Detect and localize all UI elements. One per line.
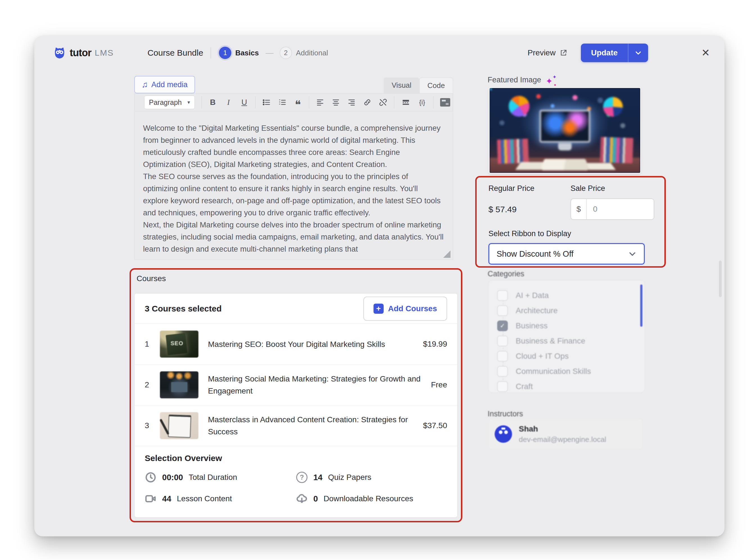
close-icon[interactable]: ✕ (701, 48, 710, 58)
blockquote-icon[interactable]: ❝ (294, 102, 302, 107)
plus-icon: + (373, 304, 384, 314)
more-tag-icon[interactable] (401, 98, 411, 106)
page-title: Course Bundle (147, 48, 203, 58)
checkbox[interactable]: ✓ (497, 366, 508, 377)
course-bundle-modal: tutor LMS Course Bundle 1 Basics — 2 Add… (34, 36, 724, 536)
brand-suffix: LMS (95, 48, 114, 58)
currency-symbol: $ (571, 199, 587, 219)
italic-button[interactable]: I (224, 98, 233, 107)
caret-down-icon: ▾ (187, 99, 190, 105)
instructor-email: dev-email@wpengine.local (519, 435, 606, 444)
checkbox[interactable]: ✓ (497, 336, 508, 346)
course-row[interactable]: 1 Mastering SEO: Boost Your Digital Mark… (135, 324, 457, 365)
course-price: $19.99 (423, 340, 447, 348)
align-right-icon[interactable] (347, 98, 356, 106)
numbered-list-icon[interactable] (278, 98, 286, 106)
featured-image[interactable] (490, 88, 640, 173)
instructor-name: Shah (519, 424, 606, 434)
resize-handle[interactable] (443, 251, 450, 258)
page-background: tutor LMS Course Bundle 1 Basics — 2 Add… (0, 0, 756, 560)
selection-overview: Selection Overview 00:00 Total Duration … (135, 446, 457, 505)
step-2-label[interactable]: Additional (296, 48, 328, 57)
checkbox[interactable]: ✓ (497, 290, 508, 301)
step-1-label[interactable]: Basics (235, 48, 259, 57)
bold-button[interactable]: B (208, 98, 217, 107)
categories-list: ✓ AI + Data ✓ Architecture ✓ Business ✓ … (488, 280, 645, 393)
regular-price-value: $ 57.49 (488, 205, 571, 214)
description-paragraph: The SEO course serves as the foundation,… (143, 171, 444, 219)
update-label[interactable]: Update (581, 44, 628, 62)
modal-header: tutor LMS Course Bundle 1 Basics — 2 Add… (34, 36, 724, 70)
courses-selected-count: 3 Courses selected (145, 304, 222, 314)
featured-image-label: Featured Image ✦ ✦ ✦ (488, 76, 557, 87)
category-item[interactable]: ✓ Business & Finance (497, 334, 645, 348)
modal-scrollbar[interactable] (719, 261, 722, 297)
external-link-icon (559, 49, 567, 57)
course-thumbnail (160, 331, 199, 358)
step-connector: — (266, 48, 273, 57)
course-price: $37.50 (423, 421, 447, 430)
category-item[interactable]: ✓ Cloud + IT Ops (497, 348, 645, 364)
add-courses-button[interactable]: + Add Courses (363, 297, 447, 321)
description-textarea[interactable]: Welcome to the "Digital Marketing Essent… (134, 111, 453, 260)
ribbon-select-label: Select Ribbon to Display (488, 229, 665, 238)
preview-button[interactable]: Preview (528, 48, 567, 57)
stat-quiz-papers: ? 14 Quiz Papers (296, 472, 447, 483)
course-row[interactable]: 2 Mastering Social Media Marketing: Stra… (135, 365, 457, 405)
video-icon (145, 493, 157, 505)
step-2-badge[interactable]: 2 (280, 47, 292, 59)
sale-price-label: Sale Price (571, 184, 654, 193)
regular-price-label: Regular Price (488, 184, 571, 193)
update-button[interactable]: Update (581, 44, 648, 62)
checkbox-checked[interactable]: ✓ (497, 320, 508, 331)
category-item[interactable]: ✓ Craft (497, 379, 645, 393)
category-item[interactable]: ✓ Communication Skills (497, 364, 645, 379)
pie-chart-decoration (509, 96, 530, 117)
link-icon[interactable] (363, 98, 371, 106)
open-book-decoration (540, 159, 590, 171)
align-left-icon[interactable] (316, 98, 324, 106)
courses-annotation-box: Courses 3 Courses selected + Add Courses… (129, 268, 462, 522)
step-1-badge[interactable]: 1 (219, 47, 231, 59)
course-thumbnail (160, 372, 199, 398)
ai-sparkle-icon[interactable]: ✦ ✦ ✦ (546, 76, 557, 87)
add-media-button[interactable]: ♫ Add media (134, 76, 195, 93)
sale-price-input-group: $ (571, 198, 654, 220)
course-number: 1 (145, 340, 160, 348)
category-item[interactable]: ✓ Business (497, 318, 645, 334)
course-number: 2 (145, 380, 160, 389)
paragraph-format-select[interactable]: Paragraph ▾ (144, 96, 195, 109)
course-row[interactable]: 3 Masterclass in Advanced Content Creati… (135, 405, 457, 446)
categories-label: Categories (488, 269, 525, 278)
tab-code[interactable]: Code (419, 78, 453, 93)
shortcode-icon[interactable]: {i} (418, 98, 426, 106)
cloud-download-icon (296, 493, 308, 505)
course-number: 3 (145, 421, 160, 430)
header-divider (210, 47, 211, 58)
stat-downloadable-resources: 0 Downloadable Resources (296, 493, 447, 505)
category-item[interactable]: ✓ Architecture (497, 303, 645, 318)
course-price: Free (431, 380, 447, 389)
update-dropdown-toggle[interactable] (628, 44, 648, 62)
ribbon-select[interactable]: Show Discount % Off (488, 243, 645, 264)
pie-chart-decoration (603, 97, 623, 117)
sale-price-input[interactable] (587, 199, 654, 219)
instructor-avatar (495, 425, 512, 443)
tutor-owl-icon (53, 46, 66, 60)
align-center-icon[interactable] (332, 98, 340, 106)
checkbox[interactable]: ✓ (497, 305, 508, 316)
fullscreen-icon[interactable] (440, 98, 450, 106)
description-editor: ♫ Add media Visual Code Paragraph ▾ B I … (134, 75, 453, 260)
monitor-decoration (539, 110, 590, 142)
category-item[interactable]: ✓ AI + Data (497, 288, 645, 303)
selection-overview-title: Selection Overview (145, 454, 447, 463)
ribbon-selected-value: Show Discount % Off (496, 249, 573, 259)
course-title: Mastering SEO: Boost Your Digital Market… (208, 338, 423, 350)
unlink-icon[interactable] (379, 98, 387, 106)
categories-scrollbar[interactable] (640, 284, 642, 327)
checkbox[interactable]: ✓ (497, 351, 508, 362)
underline-button[interactable]: U (240, 98, 248, 107)
bullet-list-icon[interactable] (262, 98, 271, 106)
checkbox[interactable]: ✓ (497, 381, 508, 392)
tab-visual[interactable]: Visual (384, 78, 419, 93)
